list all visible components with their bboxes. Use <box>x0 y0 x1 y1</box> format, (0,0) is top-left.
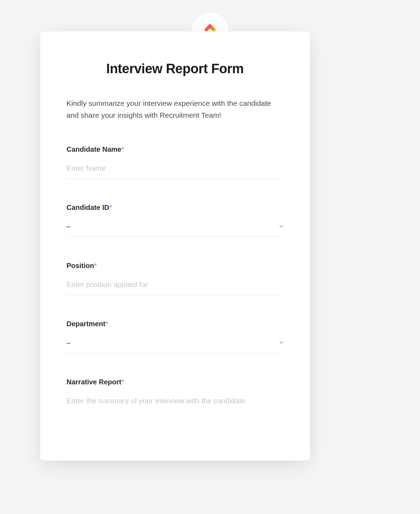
candidate-id-select[interactable]: – <box>66 219 284 237</box>
required-asterisk: * <box>121 145 124 153</box>
chevron-down-icon <box>279 341 284 344</box>
required-asterisk: * <box>105 320 108 328</box>
candidate-name-input[interactable] <box>66 160 284 179</box>
field-position: Position* <box>66 262 284 295</box>
form-card: Interview Report Form Kindly summarize y… <box>40 32 310 460</box>
field-narrative-report: Narrative Report* <box>66 378 284 418</box>
form-title: Interview Report Form <box>66 61 284 76</box>
narrative-report-label: Narrative Report* <box>66 378 284 386</box>
department-select[interactable]: – <box>66 335 284 354</box>
chevron-down-icon <box>279 225 284 228</box>
field-department: Department* – <box>66 320 284 354</box>
narrative-report-input[interactable] <box>66 393 284 417</box>
position-input[interactable] <box>66 277 284 295</box>
candidate-id-selected-value: – <box>66 222 71 231</box>
department-selected-value: – <box>66 338 71 347</box>
required-asterisk: * <box>121 378 124 386</box>
field-candidate-name: Candidate Name* <box>66 145 284 179</box>
form-description: Kindly summarize your interview experien… <box>66 97 284 121</box>
candidate-id-label: Candidate ID* <box>66 204 284 212</box>
field-candidate-id: Candidate ID* – <box>66 204 284 237</box>
required-asterisk: * <box>109 204 112 211</box>
candidate-name-label: Candidate Name* <box>66 145 284 153</box>
required-asterisk: * <box>94 262 97 269</box>
position-label: Position* <box>66 262 284 270</box>
department-label: Department* <box>66 320 284 328</box>
